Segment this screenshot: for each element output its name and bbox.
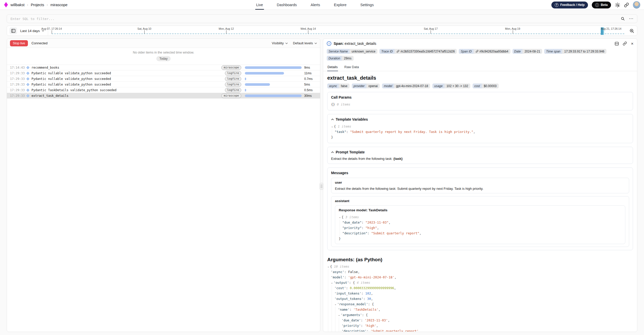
panel-resize-handle[interactable] bbox=[320, 183, 323, 190]
indent-guide bbox=[339, 323, 342, 328]
detail-tab-raw-data[interactable]: Raw Data bbox=[344, 63, 359, 71]
visibility-dropdown[interactable]: Visibility bbox=[272, 41, 288, 45]
log-row-name: Pydantic TaskDetails validate_python suc… bbox=[31, 88, 217, 92]
meta-badge-value: #9c942620aa93dbb4 bbox=[474, 49, 510, 54]
close-panel-icon[interactable]: × bbox=[631, 41, 634, 46]
split-view-icon[interactable] bbox=[615, 42, 619, 46]
breadcrumb: willbakst›Projects›mirascope bbox=[4, 2, 68, 7]
breadcrumb-item-Projects[interactable]: Projects bbox=[31, 3, 44, 7]
log-row-duration: 0.7ms bbox=[302, 77, 318, 81]
indent-guide bbox=[328, 312, 332, 318]
copy-link-icon[interactable] bbox=[623, 41, 627, 46]
span-meta-badges: Service Nameunknown_serviceTrace ID#c3b5… bbox=[323, 48, 637, 63]
prompt-template-prefix: Extract the details from the following t… bbox=[331, 157, 394, 161]
expand-chevron-icon[interactable]: ⌄ bbox=[327, 264, 330, 269]
span-diamond-icon bbox=[26, 89, 29, 91]
collapse-chevron-icon[interactable] bbox=[331, 119, 334, 120]
nav-tab-dashboards[interactable]: Dashboards bbox=[277, 0, 297, 10]
beta-badge[interactable]: i Beta bbox=[592, 2, 611, 8]
detail-tab-details[interactable]: Details bbox=[327, 63, 338, 71]
indent-guide bbox=[328, 307, 332, 312]
breadcrumb-item-mirascope[interactable]: mirascope bbox=[50, 3, 68, 7]
breadcrumb-item-willbakst[interactable]: willbakst bbox=[10, 3, 25, 7]
code-token: : bbox=[344, 275, 348, 280]
user-role-label: user bbox=[335, 181, 625, 184]
timeline-tick-label: Mon, Aug 12 bbox=[219, 27, 234, 30]
theme-toggle-icon[interactable] bbox=[615, 2, 620, 8]
share-link-icon[interactable] bbox=[624, 3, 629, 7]
code-token: , bbox=[371, 291, 373, 296]
code-token: 'arguments' bbox=[341, 312, 362, 318]
timeline-tick-mark bbox=[513, 30, 513, 34]
tag-pill-logfire[interactable]: logfire bbox=[225, 82, 241, 87]
timeline-bar: Last 14 days Aug 07, 17:26:14Sat, Aug 10… bbox=[7, 26, 637, 36]
code-line: 'async': False, bbox=[327, 269, 633, 275]
nav-tab-explore[interactable]: Explore bbox=[334, 0, 346, 10]
span-info-icon: i bbox=[327, 41, 331, 46]
log-row[interactable]: 17:29:33extract_task_detailsmirascope30m… bbox=[7, 93, 320, 98]
tag-pill-mirascope[interactable]: mirascope bbox=[221, 65, 241, 70]
code-token: , bbox=[388, 318, 390, 323]
tag-pill-logfire[interactable]: logfire bbox=[225, 77, 241, 81]
code-token: , bbox=[419, 328, 421, 332]
log-row[interactable]: 17:29:33Pydantic nullable validate_pytho… bbox=[7, 76, 320, 81]
code-token: } bbox=[339, 236, 341, 241]
meta-badge-span-id[interactable]: Span ID#9c942620aa93dbb4 bbox=[459, 49, 510, 54]
sql-filter-bar: ⋯ bbox=[7, 14, 637, 23]
indent-guide bbox=[328, 301, 332, 307]
code-token: , bbox=[473, 129, 475, 134]
attr-badge-label: model bbox=[382, 83, 394, 88]
span-diamond-icon bbox=[26, 72, 29, 75]
log-row[interactable]: 17:29:33Pydantic nullable validate_pytho… bbox=[7, 81, 320, 87]
indent-guide bbox=[328, 275, 332, 280]
sql-filter-input[interactable] bbox=[10, 17, 621, 21]
nav-tab-alerts[interactable]: Alerts bbox=[311, 0, 320, 10]
indent-guide bbox=[332, 312, 335, 318]
expand-chevron-icon[interactable]: ⌄ bbox=[339, 214, 342, 220]
attr-badge-cost: cost$0.00003 bbox=[473, 83, 499, 88]
timeline-tick-mark bbox=[308, 30, 308, 34]
code-token: '2023-11-03' bbox=[365, 318, 388, 323]
code-token: 'priority' bbox=[342, 323, 361, 328]
indent-guide bbox=[328, 280, 332, 285]
search-icon[interactable] bbox=[621, 17, 625, 21]
attr-badge-async: asyncfalse bbox=[327, 83, 350, 88]
stop-live-button[interactable]: Stop live bbox=[10, 40, 28, 46]
span-type-label: Span: bbox=[334, 41, 344, 46]
log-row-tag-cell: mirascope bbox=[217, 93, 241, 98]
duration-bar bbox=[245, 89, 246, 91]
nav-tab-live[interactable]: Live bbox=[256, 0, 263, 10]
code-line: 'cost': 0.000033299999999999996, bbox=[327, 285, 633, 291]
collapse-chevron-icon[interactable] bbox=[331, 151, 334, 153]
expand-chevron-icon[interactable]: ⌄ bbox=[331, 124, 334, 129]
code-token: , bbox=[394, 275, 396, 280]
attr-badge-value: openai bbox=[366, 83, 380, 88]
timeline-track[interactable]: Aug 07, 17:26:14Sat, Aug 10Mon, Aug 12We… bbox=[52, 26, 624, 36]
tag-pill-logfire[interactable]: logfire bbox=[225, 88, 241, 92]
log-row[interactable]: 17:29:33Pydantic TaskDetails validate_py… bbox=[7, 87, 320, 93]
user-avatar[interactable] bbox=[633, 1, 640, 9]
feedback-help-button[interactable]: ? Feedback / Help bbox=[551, 2, 588, 8]
tag-pill-mirascope[interactable]: mirascope bbox=[221, 93, 241, 98]
log-row-bar-cell bbox=[245, 89, 302, 91]
info-icon: i bbox=[595, 3, 599, 7]
zoom-in-icon[interactable] bbox=[627, 28, 636, 33]
attr-badge-value: 102 + 30 -> 132 bbox=[444, 83, 470, 88]
link-icon bbox=[397, 50, 399, 53]
more-options-icon[interactable]: ⋯ bbox=[629, 17, 634, 20]
meta-badge-trace-id[interactable]: Trace ID#c3b5157330ea5c1fd4572747af512d2… bbox=[379, 49, 457, 54]
log-row-time: 17:29:33 bbox=[10, 77, 26, 81]
nav-tab-settings[interactable]: Settings bbox=[360, 0, 374, 10]
log-row[interactable]: 17:29:33Pydantic nullable validate_pytho… bbox=[7, 70, 320, 76]
default-levels-dropdown[interactable]: Default levels bbox=[293, 41, 317, 45]
code-token: 'TaskDetails' bbox=[353, 307, 378, 312]
log-row-name: recommend_books bbox=[31, 66, 217, 69]
code-token: , bbox=[358, 269, 360, 275]
log-row[interactable]: 17:14:43recommend_booksmirascope9ms bbox=[7, 65, 320, 70]
code-token: "due_date" bbox=[342, 220, 362, 225]
meta-badge-label: Date bbox=[512, 49, 522, 54]
code-token: 1 items bbox=[336, 124, 351, 129]
logfire-logo-icon[interactable] bbox=[4, 2, 8, 7]
collapse-sidebar-icon[interactable] bbox=[9, 27, 17, 34]
tag-pill-logfire[interactable]: logfire bbox=[225, 71, 241, 76]
